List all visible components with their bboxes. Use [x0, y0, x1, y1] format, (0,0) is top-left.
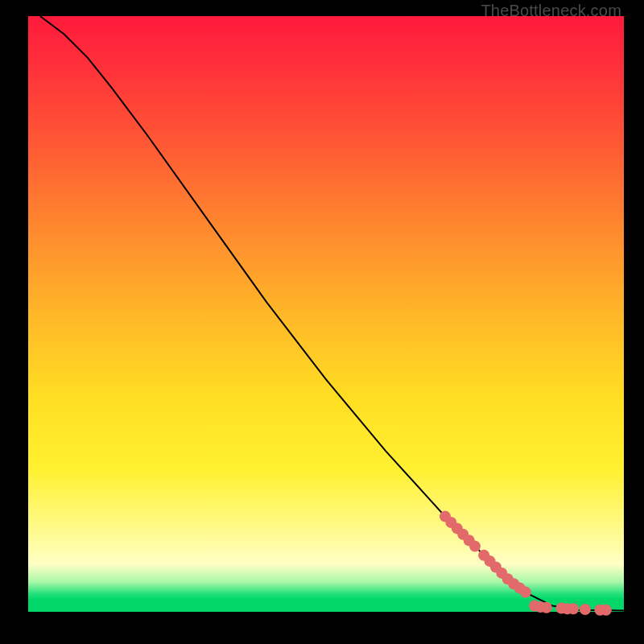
- data-marker: [520, 587, 531, 598]
- plot-area: [28, 16, 624, 612]
- curve-svg: [28, 16, 624, 612]
- data-markers: [440, 511, 612, 616]
- data-marker: [568, 603, 579, 614]
- data-marker: [469, 541, 481, 552]
- data-marker: [580, 604, 591, 615]
- bottleneck-curve: [40, 16, 624, 611]
- chart-frame: TheBottleneck.com: [0, 0, 644, 644]
- data-marker: [541, 602, 552, 613]
- data-marker: [601, 605, 612, 616]
